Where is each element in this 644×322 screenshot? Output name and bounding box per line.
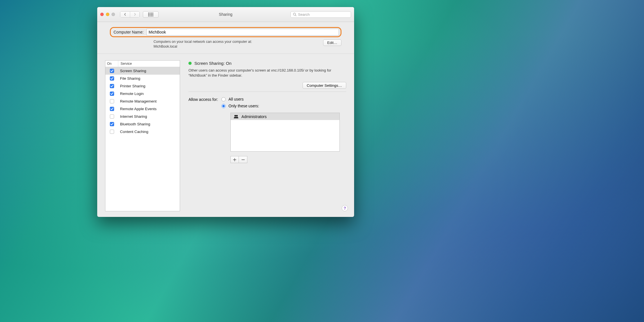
service-checkbox[interactable] (110, 76, 114, 81)
table-row[interactable]: File Sharing (105, 75, 180, 82)
column-header-service[interactable]: Service (118, 61, 180, 67)
service-checkbox[interactable] (110, 122, 114, 126)
svg-point-2 (234, 115, 236, 117)
service-status-description: Other users can access your computer's s… (188, 68, 346, 78)
service-label: Content Caching (118, 130, 180, 134)
table-row[interactable]: Printer Sharing (105, 82, 180, 90)
table-row[interactable]: Remote Management (105, 97, 180, 105)
services-table-header: On Service (105, 61, 180, 67)
help-button[interactable]: ? (342, 205, 348, 211)
traffic-lights (100, 13, 115, 16)
service-checkbox[interactable] (110, 92, 114, 96)
service-status-title: Screen Sharing: On (194, 61, 232, 66)
computer-name-subtext: Computers on your local network can acce… (110, 39, 341, 49)
search-field[interactable]: Search (290, 11, 351, 18)
detail-divider (188, 92, 346, 92)
radio-circle-selected-icon (221, 104, 226, 108)
close-button[interactable] (100, 13, 104, 16)
search-placeholder: Search (298, 12, 310, 17)
window-titlebar: Sharing Search (97, 7, 354, 22)
service-label: Screen Sharing (118, 69, 180, 73)
allow-access-row: Allow access for: All users Only these u… (188, 97, 346, 163)
radio-all-users[interactable]: All users (221, 97, 340, 101)
service-checkbox[interactable] (110, 69, 114, 73)
computer-name-section: Computer Name: Computers on your local n… (97, 22, 354, 54)
computer-name-label: Computer Name: (114, 30, 144, 34)
table-row[interactable]: Bluetooth Sharing (105, 120, 180, 128)
radio-only-users-label: Only these users: (228, 104, 259, 108)
user-name: Administrators (241, 114, 267, 119)
computer-settings-button[interactable]: Computer Settings… (303, 82, 346, 89)
table-row[interactable]: Internet Sharing (105, 113, 180, 120)
service-checkbox[interactable] (110, 84, 114, 88)
subtext-line-2: MichBook.local (154, 44, 252, 49)
service-detail-panel: Screen Sharing: On Other users can acces… (188, 60, 346, 211)
service-label: Bluetooth Sharing (118, 122, 180, 126)
computer-name-input[interactable] (146, 29, 339, 35)
add-user-button[interactable] (230, 156, 239, 163)
minus-icon (241, 158, 245, 161)
list-item[interactable]: Administrators (231, 113, 339, 120)
service-label: Remote Management (118, 99, 180, 103)
services-table: On Service Screen SharingFile SharingPri… (105, 60, 180, 211)
sharing-prefpane-window: Sharing Search Computer Name: Computers … (97, 7, 354, 217)
forward-button[interactable] (130, 12, 139, 17)
content-area: Computer Name: Computers on your local n… (97, 22, 354, 217)
radio-only-these-users[interactable]: Only these users: (221, 104, 340, 108)
service-checkbox[interactable] (110, 107, 114, 111)
service-label: Internet Sharing (118, 114, 180, 119)
svg-point-3 (236, 115, 238, 117)
service-label: Remote Login (118, 92, 180, 96)
back-button[interactable] (120, 12, 130, 17)
grid-icon (148, 13, 153, 16)
show-all-prefs-button[interactable] (143, 11, 159, 18)
table-row[interactable]: Remote Login (105, 90, 180, 97)
table-row[interactable]: Screen Sharing (105, 67, 180, 75)
remove-user-button[interactable] (239, 156, 247, 163)
service-status-header: Screen Sharing: On (188, 61, 346, 66)
radio-all-users-label: All users (228, 97, 244, 101)
add-remove-buttons (230, 156, 340, 163)
computer-name-highlight: Computer Name: (110, 27, 341, 37)
allow-access-label: Allow access for: (188, 97, 218, 102)
subtext-line-1: Computers on your local network can acce… (154, 39, 252, 44)
service-checkbox[interactable] (110, 130, 114, 134)
nav-back-forward (120, 11, 140, 18)
search-icon (293, 13, 297, 16)
edit-hostname-button[interactable]: Edit… (323, 39, 341, 46)
service-label: File Sharing (118, 76, 180, 81)
service-checkbox[interactable] (110, 99, 114, 103)
table-row[interactable]: Remote Apple Events (105, 105, 180, 113)
radio-circle-icon (221, 97, 226, 101)
service-label: Printer Sharing (118, 84, 180, 88)
column-header-on[interactable]: On (105, 61, 118, 67)
allowed-users-list[interactable]: Administrators (230, 113, 340, 152)
status-dot-icon (188, 62, 192, 65)
plus-icon (233, 158, 236, 161)
zoom-button[interactable] (112, 13, 115, 16)
services-table-body: Screen SharingFile SharingPrinter Sharin… (105, 67, 180, 211)
group-icon (234, 115, 239, 118)
service-checkbox[interactable] (110, 114, 114, 119)
service-label: Remote Apple Events (118, 107, 180, 111)
minimize-button[interactable] (106, 13, 109, 16)
svg-line-1 (295, 15, 296, 16)
table-row[interactable]: Content Caching (105, 128, 180, 136)
